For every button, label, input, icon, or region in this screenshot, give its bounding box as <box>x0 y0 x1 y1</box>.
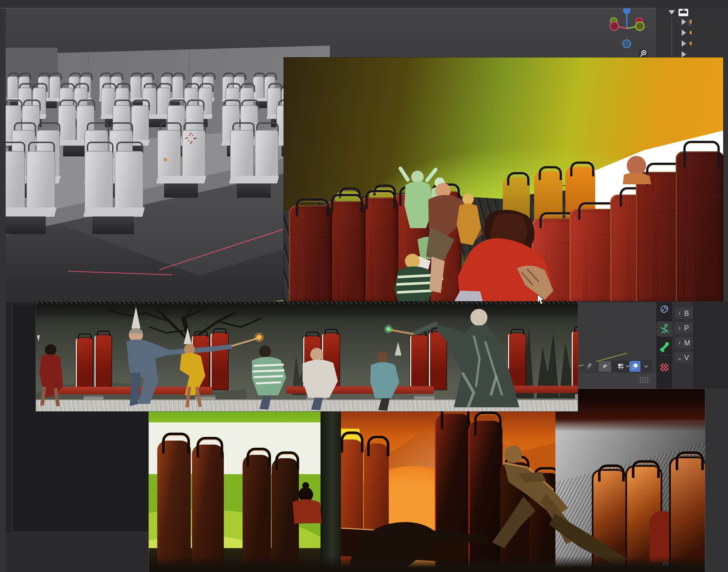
clay-seat-pair <box>229 122 280 198</box>
render-preview-wizard-duel <box>36 301 578 411</box>
panel-row-label: B <box>684 309 689 317</box>
outliner-item-dot <box>689 20 691 23</box>
editor-corner-drag-dots[interactable] <box>639 377 650 384</box>
proportional-editing-toggle[interactable] <box>629 361 640 372</box>
chevron-right-icon: › <box>674 339 684 347</box>
outliner-item-dot <box>689 42 691 45</box>
proportional-button-group <box>629 361 652 372</box>
navigation-gizmo <box>610 8 644 48</box>
leaping-man-silhouette <box>492 445 627 568</box>
figure-teal-croucher <box>370 342 402 411</box>
figure-striped-croucher <box>252 346 286 410</box>
transform-arrow-button[interactable] <box>584 361 597 372</box>
figure-bald-croucher <box>303 348 338 410</box>
chevron-down-icon <box>644 365 648 368</box>
r3-figures <box>149 389 705 572</box>
arrow-up-corner-icon <box>587 363 593 370</box>
render-preview-bus-interior <box>284 58 723 301</box>
clay-seat-pair <box>6 142 57 234</box>
proportional-falloff-dropdown[interactable] <box>640 361 652 372</box>
3d-cursor[interactable] <box>185 133 197 144</box>
bone-icon[interactable] <box>659 341 670 352</box>
properties-tab-column <box>657 302 672 388</box>
r3-floor-shadow <box>149 556 705 572</box>
panel-covered-dark-area <box>693 302 728 388</box>
clay-seat-pair <box>156 122 207 198</box>
panel-row-label: P <box>684 324 689 332</box>
r1-figures <box>284 58 723 301</box>
chevron-right-icon: › <box>674 324 684 332</box>
panel-row-label: V <box>684 354 689 362</box>
panel-collapse-triangle[interactable] <box>669 10 675 14</box>
chevron-right-icon: › <box>674 309 684 317</box>
mouse-cursor <box>537 294 545 305</box>
figure-red-dress <box>37 335 63 406</box>
render-preview-sunset <box>148 388 705 572</box>
figure-dark-wizard <box>384 309 519 407</box>
chevron-down-icon <box>626 365 629 367</box>
outliner-item-dot <box>689 31 691 34</box>
panel-row-label: M <box>684 339 690 347</box>
child-figure-silhouette <box>293 482 321 524</box>
tab-divider <box>659 355 669 356</box>
screenshot-root: › B › P › M ⌄ V <box>0 0 728 572</box>
proportional-circles-icon <box>632 363 638 370</box>
figure-seated-man-right <box>623 156 651 184</box>
texture-checker-icon[interactable] <box>660 363 668 371</box>
zoom-widget-icon <box>638 49 648 58</box>
outliner-row-expand[interactable] <box>682 51 686 58</box>
snap-magnet-toggle[interactable] <box>599 361 611 372</box>
snap-grid-icon <box>617 363 625 370</box>
chevron-down-icon: ⌄ <box>674 354 684 361</box>
object-origin-dot <box>164 158 167 161</box>
window-topbar <box>0 0 728 8</box>
bottom-editor-footer <box>6 532 151 572</box>
viewport-gizmos[interactable] <box>603 8 656 65</box>
physics-icon[interactable] <box>659 304 670 314</box>
panel-scrollbar[interactable] <box>671 18 672 58</box>
viewport-gap-region <box>578 302 656 388</box>
outliner-row-expand[interactable] <box>682 41 686 47</box>
armature-runner-icon[interactable] <box>659 324 670 335</box>
figure-cone-hat-woman <box>180 328 205 407</box>
r2-figures <box>36 301 578 411</box>
outliner-row-expand[interactable] <box>682 29 686 36</box>
render-result-icon[interactable] <box>678 8 688 16</box>
clay-seat-pair <box>82 142 145 234</box>
magnet-icon <box>601 363 608 370</box>
outliner-row-expand[interactable] <box>682 19 686 25</box>
